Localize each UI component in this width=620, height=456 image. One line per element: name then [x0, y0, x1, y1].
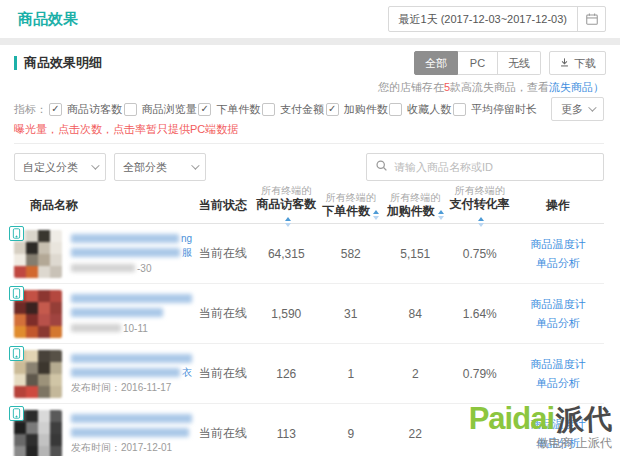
cart-adds-value: 84 [383, 307, 448, 321]
conversion-value: 1.64% [448, 307, 513, 321]
table-header: 商品名称 当前状态 所有终端的商品访客数 所有终端的下单件数 所有终端的加购件数… [14, 188, 604, 224]
section-divider-band [0, 38, 620, 45]
metric-checkbox-商品浏览量[interactable]: 商品浏览量 [124, 102, 197, 117]
download-label: 下载 [574, 56, 596, 71]
analysis-link[interactable]: 单品分析 [512, 434, 604, 453]
thermometer-link[interactable]: 商品温度计 [512, 415, 604, 434]
metric-checkbox-label: 支付金额 [280, 102, 324, 117]
orders-value: 9 [319, 427, 384, 441]
tab-PC[interactable]: PC [458, 51, 498, 75]
date-range-picker[interactable]: 最近1天 (2017-12-03~2017-12-03) [388, 6, 606, 32]
product-name-redacted[interactable]: 发布时间：2017-12-01 [71, 410, 192, 456]
checkbox-checked-icon[interactable]: ✓ [326, 103, 339, 116]
sort-arrows-icon[interactable] [478, 217, 484, 227]
sort-arrows-icon[interactable] [285, 217, 291, 227]
terminal-tabs: 全部PC无线 [414, 51, 541, 75]
tab-全部[interactable]: 全部 [414, 51, 458, 75]
name-visible-tail: 服 [182, 248, 192, 258]
metric-checkbox-收藏人数[interactable]: 收藏人数 [389, 102, 451, 117]
mobile-badge-icon [9, 346, 24, 361]
col-header-cart[interactable]: 所有终端的加购件数 [383, 192, 448, 220]
product-name-cell: 衣发布时间：2016-11-17 [14, 350, 192, 398]
metric-checkbox-list: ✓商品访客数商品浏览量✓下单件数支付金额✓加购件数收藏人数平均停留时长 [49, 102, 537, 117]
checkbox-unchecked-icon[interactable] [389, 103, 402, 116]
metric-checkbox-支付金额[interactable]: 支付金额 [262, 102, 324, 117]
col-header-visitors[interactable]: 所有终端的商品访客数 [254, 185, 319, 227]
product-thumbnail[interactable] [14, 290, 62, 338]
table-row: 衣发布时间：2016-11-17当前在线126120.79%商品温度计单品分析 [14, 344, 604, 404]
more-button[interactable]: 更多 [551, 97, 604, 121]
publish-date: -30 [137, 263, 151, 274]
name-visible-tail: ng [181, 234, 192, 244]
metric-checkbox-label: 加购件数 [344, 102, 388, 117]
thermometer-link[interactable]: 商品温度计 [512, 295, 604, 314]
thermometer-link[interactable]: 商品温度计 [512, 355, 604, 374]
notice-middle: 款高流失商品，查看 [450, 81, 549, 93]
analysis-link[interactable]: 单品分析 [512, 374, 604, 393]
tab-无线[interactable]: 无线 [498, 51, 541, 75]
product-thumbnail[interactable] [14, 230, 62, 278]
redacted-name-line [71, 234, 179, 243]
metric-checkbox-label: 平均停留时长 [471, 102, 537, 117]
download-button[interactable]: 下载 [549, 51, 606, 75]
col-header-status: 当前状态 [192, 197, 254, 214]
product-name-redacted[interactable]: 衣发布时间：2016-11-17 [71, 350, 192, 398]
metric-checkbox-商品访客数[interactable]: ✓商品访客数 [49, 102, 122, 117]
product-effect-page: 商品效果 最近1天 (2017-12-03~2017-12-03) 商品效果明细… [0, 0, 620, 456]
chevron-down-icon [191, 161, 199, 169]
loss-notice: 您的店铺存在5款高流失商品，查看流失商品） [14, 79, 604, 95]
all-category-select[interactable]: 全部分类 [114, 153, 206, 181]
checkbox-unchecked-icon[interactable] [262, 103, 275, 116]
checkbox-unchecked-icon[interactable] [124, 103, 137, 116]
product-thumbnail[interactable] [14, 350, 62, 398]
product-search-box[interactable] [366, 153, 604, 181]
visitors-value: 64,315 [254, 247, 319, 261]
product-thumbnail[interactable] [14, 410, 62, 456]
visitors-value: 126 [254, 367, 319, 381]
checkbox-checked-icon[interactable]: ✓ [198, 103, 211, 116]
thermometer-link[interactable]: 商品温度计 [512, 235, 604, 254]
col-header-prefix: 所有终端的 [254, 185, 319, 197]
publish-date: 发布时间：2017-12-01 [71, 441, 172, 455]
search-input[interactable] [394, 161, 595, 173]
sort-arrows-icon[interactable] [373, 210, 379, 220]
table-row: ng服-30当前在线64,3155825,1510.75%商品温度计单品分析 [14, 224, 604, 284]
publish-date: 发布时间：2016-11-17 [71, 381, 171, 395]
metric-checkbox-下单件数[interactable]: ✓下单件数 [198, 102, 260, 117]
col-header-prefix: 所有终端的 [319, 192, 384, 204]
table-row: 10-11当前在线1,59031841.64%商品温度计单品分析 [14, 284, 604, 344]
metric-checkbox-平均停留时长[interactable]: 平均停留时长 [453, 102, 537, 117]
conversion-value: 0.79% [448, 367, 513, 381]
product-name-cell: 10-11 [14, 290, 192, 338]
mobile-badge-icon [9, 286, 24, 301]
col-header-conversion[interactable]: 所有终端的支付转化率 [448, 185, 513, 227]
redacted-name-line [71, 294, 192, 303]
analysis-link[interactable]: 单品分析 [512, 314, 604, 333]
pc-only-note: 曝光量，点击次数，点击率暂只提供PC端数据 [14, 122, 604, 136]
cart-adds-value: 5,151 [383, 247, 448, 261]
product-name-redacted[interactable]: 10-11 [71, 290, 192, 338]
mobile-badge-icon [9, 226, 24, 241]
col-header-label: 商品访客数 [256, 197, 316, 211]
col-header-orders[interactable]: 所有终端的下单件数 [319, 192, 384, 220]
visitors-value: 113 [254, 427, 319, 441]
orders-value: 31 [319, 307, 384, 321]
cart-adds-value: 2 [383, 367, 448, 381]
calendar-icon[interactable] [577, 7, 605, 31]
checkbox-unchecked-icon[interactable] [453, 103, 466, 116]
metric-checkbox-加购件数[interactable]: ✓加购件数 [326, 102, 388, 117]
col-header-label: 下单件数 [322, 204, 370, 218]
redacted-name-line [71, 414, 192, 423]
checkbox-checked-icon[interactable]: ✓ [49, 103, 62, 116]
custom-category-select[interactable]: 自定义分类 [14, 153, 106, 181]
sort-arrows-icon[interactable] [438, 210, 444, 220]
redacted-name-line [71, 308, 163, 317]
status-value: 当前在线 [192, 245, 254, 262]
analysis-link[interactable]: 单品分析 [512, 254, 604, 273]
loss-products-link[interactable]: 流失商品） [549, 81, 604, 93]
section-accent-bar [14, 56, 17, 70]
product-name-redacted[interactable]: ng服-30 [71, 230, 192, 278]
status-value: 当前在线 [192, 425, 254, 442]
metrics-toolbar: 指标： ✓商品访客数商品浏览量✓下单件数支付金额✓加购件数收藏人数平均停留时长 … [14, 100, 604, 118]
status-value: 当前在线 [192, 365, 254, 382]
